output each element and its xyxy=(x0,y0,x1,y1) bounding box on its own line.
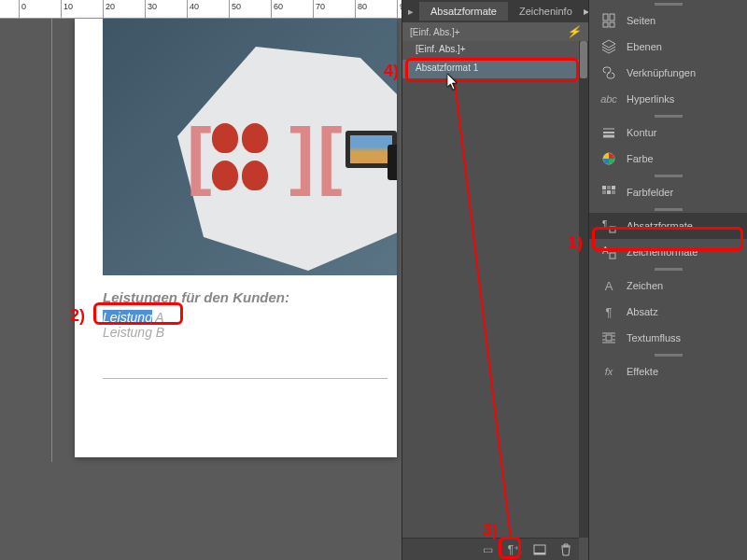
color-icon xyxy=(599,151,619,166)
panel-notch xyxy=(589,351,747,358)
svg-rect-1 xyxy=(534,553,545,554)
svg-rect-20 xyxy=(606,335,612,341)
clear-override-icon[interactable]: ⚡ xyxy=(567,25,581,38)
panel-item-verknpfungen[interactable]: Verknüpfungen xyxy=(589,60,747,86)
panel-item-label: Textumfluss xyxy=(627,332,681,343)
panel-item-kontur[interactable]: Kontur xyxy=(589,119,747,146)
guide-line xyxy=(51,19,52,462)
tab-absatzformate[interactable]: Absatzformate xyxy=(419,2,508,21)
panel-item-textumfluss[interactable]: Textumfluss xyxy=(589,325,747,351)
svg-rect-4 xyxy=(603,22,608,27)
panel-notch xyxy=(589,265,747,273)
svg-rect-18 xyxy=(610,253,615,259)
svg-rect-5 xyxy=(610,22,614,27)
para-icon: ¶ xyxy=(599,304,619,319)
svg-rect-13 xyxy=(602,190,606,194)
panel-item-label: Hyperlinks xyxy=(627,93,674,105)
ruler-tick: 30 xyxy=(145,0,146,19)
panel-item-farbfelder[interactable]: Farbfelder xyxy=(589,179,747,205)
selected-text: Leistung xyxy=(103,310,152,325)
right-panel-dock: SeitenEbenenVerknüpfungenabcHyperlinksKo… xyxy=(588,0,747,560)
current-style-label: [Einf. Abs.]+ xyxy=(410,27,460,37)
panel-item-label: Verknüpfungen xyxy=(627,67,696,78)
text-line-a: Leistung A xyxy=(103,310,388,325)
horizontal-ruler: 0102030405060708090 xyxy=(0,0,402,19)
svg-rect-3 xyxy=(610,14,614,21)
panel-item-label: Effekte xyxy=(627,366,658,377)
logo-group xyxy=(210,121,275,187)
panel-notch xyxy=(589,0,747,7)
panel-sub-header: [Einf. Abs.]+ ⚡ xyxy=(402,22,588,41)
svg-rect-15 xyxy=(612,190,615,194)
svg-rect-10 xyxy=(602,186,606,189)
ruler-tick: 90 xyxy=(397,0,398,19)
svg-rect-16 xyxy=(610,227,615,232)
links-icon xyxy=(599,65,619,80)
text-heading: Leistungen für den Kunden: xyxy=(103,289,388,305)
tab-zeicheninfo[interactable]: Zeicheninfo xyxy=(508,2,584,21)
document-page: [ ] [ ] Leistungen für den Kunden: Leist… xyxy=(75,19,397,457)
panel-item-zeichenformate[interactable]: AZeichenformate xyxy=(589,239,747,265)
layers-icon xyxy=(599,39,619,54)
style-item-basic[interactable]: [Einf. Abs.]+ xyxy=(402,41,588,60)
paragraph-styles-panel: ▸ Absatzformate Zeicheninfo ▸▸ ▾≡ [Einf.… xyxy=(402,0,588,560)
ruler-tick: 70 xyxy=(313,0,314,19)
text-frame[interactable]: Leistungen für den Kunden: Leistung A Le… xyxy=(103,289,388,340)
panel-item-zeichen[interactable]: AZeichen xyxy=(589,273,747,299)
char-style-icon: A xyxy=(599,245,619,259)
horizontal-rule xyxy=(103,378,388,379)
ruler-tick: 60 xyxy=(271,0,272,19)
panel-notch xyxy=(589,205,747,213)
panel-item-hyperlinks[interactable]: abcHyperlinks xyxy=(589,86,747,112)
style-item-absatzformat-1[interactable]: Absatzformat 1 xyxy=(402,60,588,78)
bracket-left-1: [ xyxy=(187,112,212,198)
ruler-tick: 40 xyxy=(187,0,188,19)
panel-item-label: Seiten xyxy=(627,15,655,26)
new-style-icon[interactable] xyxy=(530,541,549,558)
swatches-icon xyxy=(599,185,619,200)
panel-item-absatz[interactable]: ¶Absatz xyxy=(589,299,747,325)
canvas-area: [ ] [ ] Leistungen für den Kunden: Leist… xyxy=(0,19,402,560)
panel-item-seiten[interactable]: Seiten xyxy=(589,7,747,34)
clear-overrides-icon[interactable]: ¶⁺ xyxy=(504,541,523,558)
panel-item-label: Absatzformate xyxy=(627,220,693,231)
scrollbar[interactable] xyxy=(579,41,588,538)
style-list: [Einf. Abs.]+ Absatzformat 1 xyxy=(402,41,588,78)
hyperlink-icon: abc xyxy=(599,91,619,106)
arrow-icon[interactable]: ▸ xyxy=(402,6,419,18)
panel-item-absatzformate[interactable]: ¶Absatzformate xyxy=(589,213,747,239)
panel-item-label: Farbfelder xyxy=(627,187,673,198)
panel-item-farbe[interactable]: Farbe xyxy=(589,146,747,172)
scrollbar-thumb[interactable] xyxy=(580,41,587,78)
panel-item-label: Zeichenformate xyxy=(627,246,698,258)
svg-rect-2 xyxy=(603,14,608,21)
panel-footer: ▭ ¶⁺ xyxy=(402,538,579,560)
panel-tabs: ▸ Absatzformate Zeicheninfo ▸▸ ▾≡ xyxy=(402,0,588,22)
delete-icon[interactable] xyxy=(557,541,575,558)
device-mockup xyxy=(336,126,397,182)
para-style-icon: ¶ xyxy=(599,218,619,233)
panel-item-label: Kontur xyxy=(627,127,656,138)
pages-icon xyxy=(599,13,619,28)
panel-item-ebenen[interactable]: Ebenen xyxy=(589,34,747,60)
svg-text:A: A xyxy=(602,245,609,256)
text-line-b: Leistung B xyxy=(103,325,388,340)
ruler-tick: 10 xyxy=(61,0,62,19)
panel-item-label: Zeichen xyxy=(627,280,663,291)
ruler-tick: 20 xyxy=(103,0,104,19)
ruler-tick: 80 xyxy=(355,0,356,19)
panel-notch xyxy=(589,172,747,179)
wrap-icon xyxy=(599,330,619,345)
panel-item-effekte[interactable]: fxEffekte xyxy=(589,358,747,385)
svg-rect-11 xyxy=(607,186,611,189)
ruler-tick: 50 xyxy=(229,0,230,19)
document-hero-image: [ ] [ ] xyxy=(103,19,397,275)
bracket-right-1: ] xyxy=(289,112,315,198)
svg-rect-14 xyxy=(607,190,611,194)
folder-icon[interactable]: ▭ xyxy=(478,541,497,558)
panel-item-label: Ebenen xyxy=(627,41,662,52)
svg-rect-12 xyxy=(612,186,615,189)
char-icon: A xyxy=(599,278,619,293)
svg-text:¶: ¶ xyxy=(602,219,607,230)
stroke-icon xyxy=(599,125,619,140)
